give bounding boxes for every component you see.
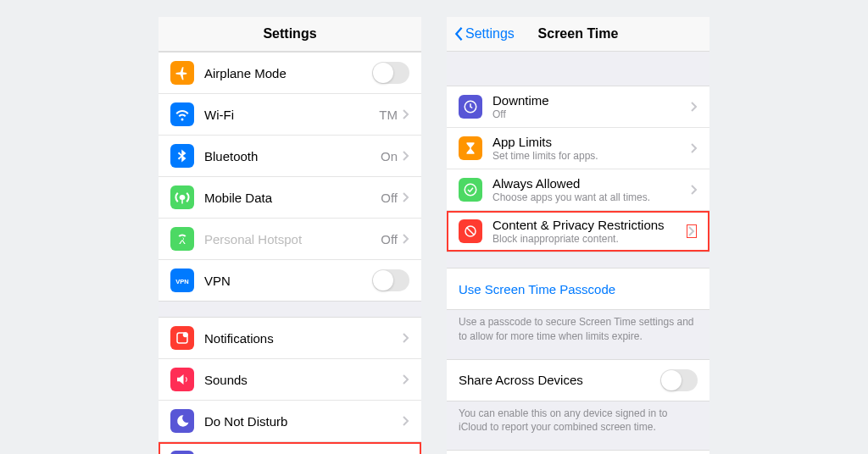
- chevron-right-icon: [691, 185, 698, 195]
- airplane-icon: [170, 61, 194, 85]
- chevron-right-icon: [403, 192, 409, 202]
- row-label: Notifications: [204, 331, 403, 346]
- settings-row[interactable]: Content & Privacy RestrictionsBlock inap…: [447, 211, 709, 252]
- settings-screen: Settings Airplane ModeWi-FiTMBluetoothOn…: [159, 17, 421, 454]
- bluetooth-icon: [170, 144, 194, 168]
- chevron-right-icon: [691, 143, 698, 153]
- toggle[interactable]: [372, 62, 409, 84]
- settings-row[interactable]: Do Not Disturb: [159, 401, 421, 442]
- header: Settings Screen Time: [447, 17, 709, 52]
- nosign-icon: [459, 219, 482, 243]
- row-label: Bluetooth: [204, 149, 381, 163]
- back-label: Settings: [465, 26, 515, 42]
- header: Settings: [159, 17, 421, 52]
- row-detail: Off: [381, 191, 398, 205]
- vpn-icon: VPN: [170, 269, 194, 292]
- page-title: Settings: [263, 26, 316, 42]
- notif-icon: [170, 326, 194, 350]
- svg-point-7: [465, 184, 476, 196]
- sound-icon: [170, 368, 194, 391]
- row-text: DowntimeOff: [492, 93, 691, 120]
- check-icon: [459, 178, 482, 202]
- chevron-right-icon: [403, 333, 409, 343]
- hourglass-icon: [459, 136, 482, 160]
- row-text: Always AllowedChoose apps you want at al…: [492, 176, 691, 203]
- row-label: Do Not Disturb: [204, 414, 403, 429]
- chevron-right-icon: [403, 234, 409, 244]
- footer-text: You can enable this on any device signed…: [447, 401, 709, 435]
- row-text: App LimitsSet time limits for apps.: [492, 135, 691, 162]
- row-detail: TM: [379, 108, 398, 122]
- hourglass-icon: [170, 451, 194, 454]
- page-title: Screen Time: [538, 26, 619, 42]
- settings-row[interactable]: Notifications: [159, 318, 421, 359]
- settings-row[interactable]: Sounds: [159, 359, 421, 401]
- row-label: VPN: [204, 274, 372, 288]
- row-label: Airplane Mode: [204, 66, 372, 80]
- wifi-icon: [170, 102, 194, 126]
- chevron-right-icon: [403, 109, 409, 119]
- family-row[interactable]: Set Up Screen Time for Family: [447, 451, 709, 454]
- clock-icon: [459, 95, 482, 119]
- row-label: Mobile Data: [204, 191, 381, 205]
- settings-row[interactable]: Airplane Mode: [159, 53, 421, 94]
- row-label: Share Across Devices: [459, 373, 660, 387]
- row-detail: Off: [381, 232, 398, 246]
- chevron-right-icon: [403, 151, 409, 161]
- settings-row[interactable]: App LimitsSet time limits for apps.: [447, 128, 709, 169]
- link-label: Use Screen Time Passcode: [459, 282, 615, 296]
- settings-row[interactable]: BluetoothOn: [159, 136, 421, 177]
- row-label: Sounds: [204, 373, 403, 387]
- settings-row[interactable]: Mobile DataOff: [159, 177, 421, 219]
- antenna-icon: [170, 185, 194, 209]
- chevron-right-icon: [403, 374, 409, 385]
- chevron-right-icon: [686, 224, 698, 239]
- back-button[interactable]: Settings: [453, 26, 515, 42]
- row-detail: On: [381, 149, 398, 163]
- settings-row[interactable]: Personal HotspotOff: [159, 219, 421, 260]
- chevron-right-icon: [691, 102, 698, 112]
- moon-icon: [170, 409, 194, 433]
- row-label: Personal Hotspot: [204, 232, 381, 246]
- use-passcode-row[interactable]: Use Screen Time Passcode: [447, 269, 709, 309]
- row-text: Content & Privacy RestrictionsBlock inap…: [492, 218, 686, 245]
- svg-point-2: [183, 332, 188, 337]
- settings-row[interactable]: Screen Time: [159, 442, 421, 454]
- settings-row[interactable]: Always AllowedChoose apps you want at al…: [447, 169, 709, 211]
- screentime-screen: Settings Screen Time DowntimeOffApp Limi…: [447, 17, 709, 454]
- svg-text:VPN: VPN: [175, 278, 188, 285]
- toggle[interactable]: [660, 369, 698, 391]
- row-label: Wi-Fi: [204, 108, 379, 122]
- settings-row[interactable]: DowntimeOff: [447, 86, 709, 128]
- toggle[interactable]: [372, 269, 409, 291]
- hotspot-icon: [170, 227, 194, 251]
- settings-row[interactable]: Wi-FiTM: [159, 94, 421, 136]
- settings-row[interactable]: VPNVPN: [159, 260, 421, 301]
- footer-text: Use a passcode to secure Screen Time set…: [447, 310, 709, 344]
- share-devices-row[interactable]: Share Across Devices: [447, 360, 709, 401]
- chevron-right-icon: [403, 416, 409, 426]
